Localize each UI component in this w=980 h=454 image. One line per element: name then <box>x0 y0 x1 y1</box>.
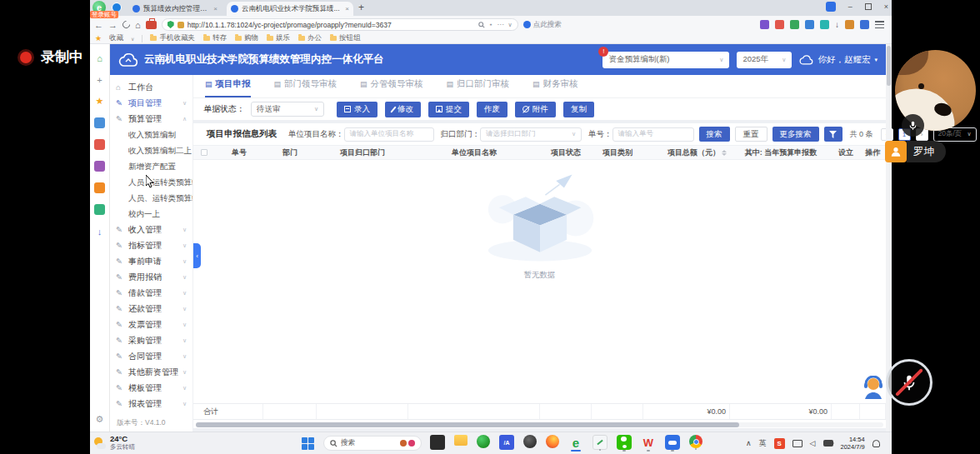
filter-input[interactable]: 请输入单号 <box>612 127 694 142</box>
tab-项目申报[interactable]: ▤项目申报 <box>205 78 251 97</box>
menu-item-模板管理[interactable]: ✎模板管理∨ <box>110 380 192 396</box>
editor-icon[interactable] <box>592 435 608 450</box>
translate-icon[interactable] <box>775 20 784 29</box>
browser-360-icon[interactable]: e <box>568 435 583 450</box>
menu-item-项目管理[interactable]: ✎项目管理∨ <box>110 95 192 111</box>
menu-item-工作台[interactable]: ⌂工作台 <box>110 79 192 95</box>
menu-item-收入管理[interactable]: ✎收入管理∨ <box>110 222 192 237</box>
dropdown-icon[interactable]: ∨ <box>508 22 512 28</box>
tab-部门领导审核[interactable]: ▤部门领导审核 <box>274 78 338 97</box>
menu-item-事前申请[interactable]: ✎事前申请∨ <box>110 253 192 269</box>
menu-item-其他薪资管理[interactable]: ✎其他薪资管理∨ <box>110 364 192 380</box>
clock[interactable]: 14:54 2024/7/9 <box>841 436 865 451</box>
menu-item-借款管理[interactable]: ✎借款管理∨ <box>110 285 192 301</box>
bookmark-star-icon[interactable]: ★ <box>95 34 102 42</box>
camera-icon[interactable] <box>823 440 833 447</box>
weather-widget[interactable]: 24°C 多云转晴 <box>93 435 135 451</box>
search-button[interactable]: 搜索 <box>699 127 730 142</box>
photos-icon[interactable] <box>523 435 537 448</box>
more-search-button[interactable]: 更多搜索 <box>772 127 819 142</box>
menu-item-发票管理[interactable]: ✎发票管理∨ <box>110 317 192 332</box>
maximize-button[interactable] <box>865 3 872 10</box>
bookmark-item[interactable]: 按钮组 <box>330 33 361 43</box>
gear-icon[interactable]: ⚙ <box>94 414 105 425</box>
bookmark-item[interactable]: 办公 <box>298 33 322 43</box>
submenu-item-新增资产配置[interactable]: 新增资产配置 <box>110 158 192 174</box>
address-bar[interactable]: http://10.1.1.78:1024/yc-project/promage… <box>162 18 518 31</box>
screenshot-icon[interactable] <box>760 20 769 29</box>
toolbox-icon[interactable] <box>146 21 157 29</box>
url-text[interactable]: http://10.1.1.78:1024/yc-project/promage… <box>188 21 475 29</box>
add-icon[interactable]: + <box>94 74 105 85</box>
download-icon[interactable]: ↓ <box>835 20 839 29</box>
phone-sync-icon[interactable] <box>805 20 814 29</box>
录入-button[interactable]: 录入 <box>337 102 378 117</box>
module-select[interactable]: ! 资金预算编制(新) ∨ <box>602 52 729 68</box>
skin-icon[interactable] <box>845 20 854 29</box>
browser-tab-active[interactable]: 云南机电职业技术学院预算绩... × <box>227 2 353 16</box>
tab-财务审核[interactable]: ▤财务审核 <box>532 78 578 97</box>
sidebar-collapse-handle[interactable]: ‹ <box>193 243 201 268</box>
menu-item-报表管理[interactable]: ✎报表管理∨ <box>110 396 192 412</box>
more-icon[interactable]: ⋯ <box>498 21 504 28</box>
mute-microphone-button[interactable] <box>886 359 932 406</box>
mic-active-icon[interactable] <box>902 114 924 137</box>
login-badge[interactable]: 登录账号 <box>90 11 118 18</box>
scrollbar-thumb[interactable] <box>887 46 891 86</box>
chrome-icon[interactable] <box>689 435 702 448</box>
bookmark-item[interactable]: 购物 <box>235 33 258 43</box>
input-method-indicator[interactable]: 英 <box>759 438 767 449</box>
user-greeting[interactable]: 你好，赵耀宏 ▾ <box>799 54 878 66</box>
submenu-item-校内一上[interactable]: 校内一上 <box>110 206 192 222</box>
horizontal-scrollbar[interactable] <box>196 422 883 427</box>
media-a-icon[interactable]: /A <box>499 435 514 450</box>
bookmarks-label[interactable]: 收藏 <box>109 33 123 43</box>
submenu-item-收入预算编制[interactable]: 收入预算编制 <box>110 127 192 142</box>
tab-分管领导审核[interactable]: ▤分管领导审核 <box>360 78 423 97</box>
bookmark-item[interactable]: 转存 <box>203 33 227 43</box>
back-button[interactable]: ← <box>94 20 103 30</box>
menu-item-还款管理[interactable]: ✎还款管理∨ <box>110 301 192 317</box>
xbox-icon[interactable] <box>477 435 490 448</box>
menu-item-指标管理[interactable]: ✎指标管理∨ <box>110 237 192 253</box>
year-select[interactable]: 2025年 ∨ <box>737 52 792 68</box>
home-button[interactable]: ⌂ <box>135 20 141 30</box>
new-tab-button[interactable]: + <box>358 2 364 13</box>
tray-expand-icon[interactable]: ∧ <box>746 439 752 447</box>
filter-select[interactable]: 请选择归口部门∨ <box>480 127 582 142</box>
filter-input[interactable]: 请输入单位项目名称 <box>344 127 434 142</box>
download-icon[interactable]: ↓ <box>94 226 105 237</box>
forward-button[interactable]: → <box>108 20 118 30</box>
wps-icon[interactable]: W <box>641 435 656 450</box>
tab-close-icon[interactable]: × <box>345 5 349 12</box>
minimize-button[interactable]: – <box>848 2 852 11</box>
start-button[interactable] <box>302 437 314 450</box>
browser-app-icon[interactable] <box>826 2 836 12</box>
favorites-icon[interactable] <box>820 20 829 29</box>
filter-funnel-button[interactable] <box>824 127 842 142</box>
附件-button[interactable]: 附件 <box>515 102 556 117</box>
menu-item-合同管理[interactable]: ✎合同管理∨ <box>110 348 192 364</box>
select-all-checkbox[interactable] <box>201 149 208 156</box>
wechat-icon[interactable] <box>617 435 632 450</box>
menu-icon[interactable] <box>875 21 884 28</box>
notification-bell-icon[interactable] <box>872 440 880 447</box>
gallery-icon[interactable] <box>94 117 105 128</box>
tab-close-icon[interactable]: × <box>213 5 218 12</box>
video-icon[interactable] <box>94 139 105 150</box>
column-header[interactable]: 项目总额（元） <box>643 147 730 158</box>
display-icon[interactable] <box>792 440 802 447</box>
music-icon[interactable] <box>94 161 105 172</box>
scrollbar-thumb[interactable] <box>196 422 739 427</box>
submenu-item-人员、运转类预算编制二上[interactable]: 人员、运转类预算编制二上 <box>110 190 192 206</box>
sogou-icon[interactable]: S <box>774 438 785 449</box>
chat-icon[interactable] <box>94 204 105 215</box>
tab-归口部门审核[interactable]: ▤归口部门审核 <box>447 78 510 97</box>
复制-button[interactable]: 复制 <box>563 102 594 117</box>
menu-item-费用报销[interactable]: ✎费用报销∨ <box>110 269 192 285</box>
status-select[interactable]: 待送审 ∨ <box>251 102 324 117</box>
menu-item-预算管理[interactable]: ✎预算管理∧ <box>110 111 192 127</box>
volume-icon[interactable]: ◁ <box>810 439 816 447</box>
sort-icon[interactable] <box>722 150 727 156</box>
file-explorer-icon[interactable] <box>454 435 468 446</box>
